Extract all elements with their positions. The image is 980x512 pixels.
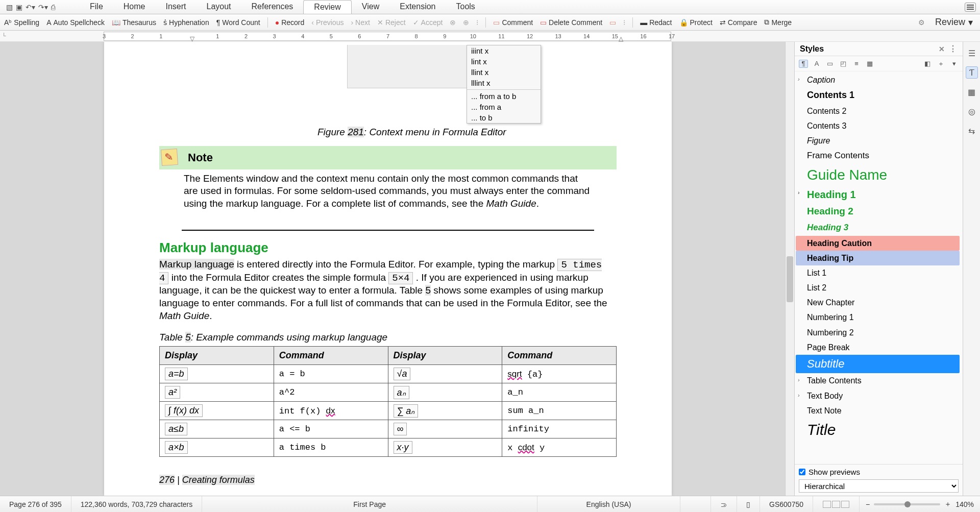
fill-format-icon[interactable]: ◧	[923, 60, 932, 68]
style-item[interactable]: Subtitle	[796, 355, 960, 373]
comment-button[interactable]: ▭Comment	[493, 18, 533, 27]
compare-button[interactable]: ⇄Compare	[720, 18, 757, 27]
zoom-in-icon[interactable]: ＋	[944, 500, 951, 509]
next-button[interactable]: ›Next	[351, 18, 370, 27]
review-dropdown[interactable]: Review▾	[932, 17, 976, 28]
status-language[interactable]: English (USA)	[537, 496, 680, 512]
frame-styles-icon[interactable]: ▭	[825, 60, 835, 68]
zoom-out-icon[interactable]: −	[866, 500, 870, 508]
status-view-icons[interactable]	[813, 496, 860, 512]
menu-tab-view[interactable]: View	[352, 0, 389, 14]
status-page[interactable]: Page 276 of 395	[0, 496, 71, 512]
delete-comment-button[interactable]: ▭Delete Comment	[540, 18, 602, 27]
track-dropdown-icon[interactable]: ⁝	[476, 18, 478, 27]
settings-icon[interactable]: ⚙	[918, 18, 925, 27]
close-icon[interactable]: ✕	[939, 45, 945, 53]
horizontal-ruler[interactable]: 3211234567891011121314151617▽△	[104, 32, 671, 41]
style-item[interactable]: Heading Caution	[796, 236, 960, 251]
vertical-scrollbar[interactable]	[785, 42, 794, 496]
styles-list[interactable]: ›CaptionContents 1Contents 2Contents 3Fi…	[795, 71, 963, 464]
style-actions-icon[interactable]: ▾	[949, 60, 959, 68]
style-filter-select[interactable]: Hierarchical	[799, 479, 959, 493]
status-word-count[interactable]: 122,360 words, 703,729 characters	[71, 496, 202, 512]
previous-button[interactable]: ‹Previous	[311, 18, 344, 27]
menu-tab-tools[interactable]: Tools	[446, 0, 485, 14]
auto-spellcheck-button[interactable]: AAuto Spellcheck	[46, 18, 105, 27]
redo-icon[interactable]: ↷▾	[38, 3, 48, 11]
menu-tab-home[interactable]: Home	[113, 0, 156, 14]
menu-tab-layout[interactable]: Layout	[196, 0, 241, 14]
properties-panel-icon[interactable]: ☰	[966, 47, 978, 59]
menu-tab-references[interactable]: References	[241, 0, 304, 14]
table-cell: a_n	[502, 383, 617, 402]
status-insert-mode[interactable]	[680, 496, 711, 512]
style-item[interactable]: Text Note	[796, 403, 960, 418]
comment-nav-icon[interactable]: ▭	[609, 18, 616, 27]
accept-button[interactable]: ✓Accept	[413, 18, 443, 27]
zoom-slider[interactable]	[874, 503, 940, 505]
hamburger-icon[interactable]	[965, 3, 976, 12]
zoom-value[interactable]: 140%	[955, 500, 974, 508]
navigator-panel-icon[interactable]: ◎	[966, 105, 978, 117]
save2-icon[interactable]: ▣	[16, 3, 22, 11]
merge-button[interactable]: ⧉Merge	[764, 18, 792, 27]
style-item[interactable]: Figure	[796, 133, 960, 148]
page-panel-icon[interactable]: ⇆	[966, 125, 978, 137]
style-item[interactable]: Contents 3	[796, 118, 960, 133]
ruler-corner-icon[interactable]: └	[2, 33, 6, 39]
hyphenation-button[interactable]: ṡHyphenation	[163, 18, 209, 27]
character-styles-icon[interactable]: A	[812, 60, 821, 68]
reject-button[interactable]: ✕Reject	[377, 18, 406, 27]
spelling-button[interactable]: AᵇSpelling	[4, 18, 39, 27]
style-item[interactable]: Heading Tip	[796, 251, 960, 265]
style-item[interactable]: ›Table Contents	[796, 373, 960, 388]
comment-menu-icon[interactable]: ⁝	[623, 18, 625, 27]
paragraph-styles-icon[interactable]: ¶	[799, 60, 808, 68]
word-count-button[interactable]: ¶Word Count	[216, 18, 260, 27]
thesaurus-button[interactable]: 📖Thesaurus	[112, 18, 156, 27]
protect-button[interactable]: 🔒Protect	[679, 18, 713, 27]
style-item[interactable]: Numbering 2	[796, 325, 960, 340]
style-item[interactable]: Frame Contents	[796, 148, 960, 163]
zoom-control[interactable]: − ＋ 140%	[860, 500, 980, 509]
record-button[interactable]: ●Record	[275, 18, 305, 27]
new-style-icon[interactable]: ＋	[936, 60, 945, 68]
style-item[interactable]: ›Heading 1	[796, 186, 960, 203]
menu-tab-extension[interactable]: Extension	[389, 0, 446, 14]
style-item[interactable]: New Chapter	[796, 295, 960, 310]
style-item[interactable]: List 2	[796, 280, 960, 295]
table-styles-icon[interactable]: ▦	[865, 60, 874, 68]
gallery-panel-icon[interactable]: ▦	[966, 86, 978, 98]
sidebar-menu-icon[interactable]: ⋮	[949, 44, 958, 54]
style-item[interactable]: Heading 3	[796, 220, 960, 235]
scrollbar-thumb[interactable]	[787, 256, 793, 302]
status-page-style[interactable]: First Page	[202, 496, 537, 512]
save-icon[interactable]: ▧	[6, 3, 13, 11]
menu-tab-insert[interactable]: Insert	[155, 0, 196, 14]
style-item[interactable]: Heading 2	[796, 203, 960, 220]
style-item[interactable]: Page Break	[796, 340, 960, 355]
menu-bar: ▧ ▣ ↶▾ ↷▾ ⎙ FileHomeInsertLayoutReferenc…	[0, 0, 980, 14]
style-item[interactable]: Contents 1	[796, 87, 960, 104]
style-item[interactable]: Contents 2	[796, 104, 960, 118]
page-styles-icon[interactable]: ◰	[839, 60, 848, 68]
status-selection-mode[interactable]: ⪾	[711, 496, 737, 512]
status-signature[interactable]: ▯	[737, 496, 760, 512]
style-item[interactable]: Title	[796, 418, 960, 442]
redact-button[interactable]: ▬Redact	[640, 18, 672, 27]
list-styles-icon[interactable]: ≡	[852, 60, 861, 68]
undo-icon[interactable]: ↶▾	[26, 3, 35, 11]
style-item[interactable]: Numbering 1	[796, 310, 960, 325]
style-item[interactable]: ›Text Body	[796, 388, 960, 403]
reject-all-icon[interactable]: ⊗	[450, 18, 456, 27]
page-content[interactable]: iiint x lint x llint x lllint x ... from…	[159, 42, 617, 496]
accept-all-icon[interactable]: ⊕	[463, 18, 469, 27]
style-item[interactable]: List 1	[796, 265, 960, 280]
show-previews-checkbox[interactable]: Show previews	[799, 468, 959, 476]
styles-panel-icon[interactable]: Ƭ	[966, 66, 978, 79]
menu-tab-file[interactable]: File	[80, 0, 113, 14]
style-item[interactable]: ›Caption	[796, 72, 960, 87]
print-icon[interactable]: ⎙	[51, 3, 55, 11]
menu-tab-review[interactable]: Review	[303, 0, 351, 14]
style-item[interactable]: Guide Name	[796, 164, 960, 186]
